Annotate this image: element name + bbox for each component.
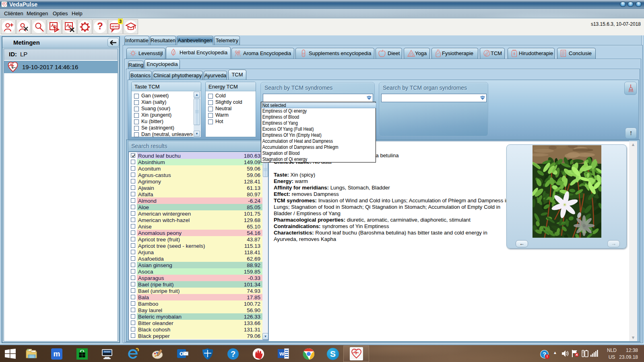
svg-text:NEWS: NEWS xyxy=(111,25,119,28)
